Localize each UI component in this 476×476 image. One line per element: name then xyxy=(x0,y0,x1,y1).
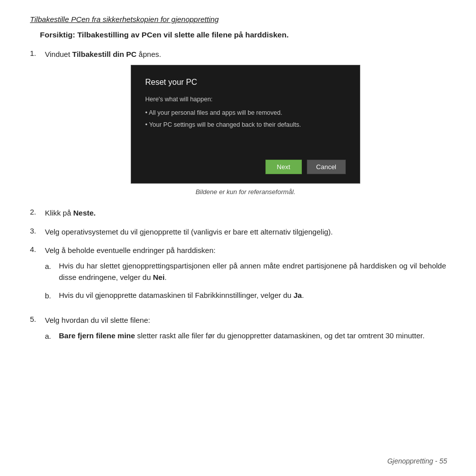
step-1-content: Vinduet Tilbakestill din PC åpnes. Reset… xyxy=(45,48,446,200)
step-4-number: 4. xyxy=(30,244,45,253)
step-4-sublist: a. Hvis du har slettet gjenopprettingspa… xyxy=(45,260,446,301)
next-button[interactable]: Next xyxy=(265,160,302,174)
step-2: 2. Klikk på Neste. xyxy=(30,207,446,219)
step-4: 4. Velg å beholde eventuelle endringer p… xyxy=(30,244,446,307)
screenshot-title: Reset your PC xyxy=(145,76,346,89)
step-4b-bold: Ja xyxy=(293,291,302,299)
screenshot-bullet-2: Your PC settings will be changed back to… xyxy=(145,120,346,130)
section-link[interactable]: Tilbakestille PCen fra sikkerhetskopien … xyxy=(30,15,446,23)
step-1-text-pre: Vinduet xyxy=(45,50,72,58)
step-1-number: 1. xyxy=(30,48,45,57)
step-5-text: Velg hvordan du vil slette filene: xyxy=(45,316,150,324)
step-5a-letter: a. xyxy=(45,330,59,342)
step-5-number: 5. xyxy=(30,314,45,323)
step-5-content: Velg hvordan du vil slette filene: a. Ba… xyxy=(45,314,446,348)
step-5a: a. Bare fjern filene mine sletter raskt … xyxy=(45,330,446,342)
step-1: 1. Vinduet Tilbakestill din PC åpnes. Re… xyxy=(30,48,446,200)
step-2-content: Klikk på Neste. xyxy=(45,207,446,219)
screenshot-subtitle: Here's what will happen: xyxy=(145,95,346,104)
step-4b-content: Hvis du vil gjenopprette datamaskinen ti… xyxy=(59,289,446,301)
screenshot-caption: Bildene er kun for referanseformål. xyxy=(196,187,295,197)
step-5: 5. Velg hvordan du vil slette filene: a.… xyxy=(30,314,446,348)
screenshot-buttons: Next Cancel xyxy=(145,160,346,174)
step-4a-bold: Nei xyxy=(153,273,164,281)
step-4-content: Velg å beholde eventuelle endringer på h… xyxy=(45,244,446,307)
step-3-number: 3. xyxy=(30,226,45,235)
step-4a-content: Hvis du har slettet gjenopprettingsparti… xyxy=(59,260,446,283)
step-4a: a. Hvis du har slettet gjenopprettingspa… xyxy=(45,260,446,283)
screenshot-box: Reset your PC Here's what will happen: A… xyxy=(131,65,360,184)
step-2-bold: Neste. xyxy=(73,209,96,217)
step-3: 3. Velg operativsystemet du vil gjenoppr… xyxy=(30,226,446,238)
step-3-content: Velg operativsystemet du vil gjenopprett… xyxy=(45,226,446,238)
step-5a-bold: Bare fjern filene mine xyxy=(59,331,135,340)
screenshot-bullets: All your personal files and apps will be… xyxy=(145,108,346,130)
step-4b-text: Hvis du vil gjenopprette datamaskinen ti… xyxy=(59,291,293,299)
step-5a-text: sletter raskt alle filer før du gjenoppr… xyxy=(135,331,425,340)
footer-page-number: Gjenoppretting - 55 xyxy=(387,457,447,465)
step-4-text: Velg å beholde eventuelle endringer på h… xyxy=(45,246,216,254)
cancel-button[interactable]: Cancel xyxy=(307,160,346,174)
step-4b-end: . xyxy=(302,291,304,299)
screenshot-bullet-1: All your personal files and apps will be… xyxy=(145,108,346,118)
screenshot-container: Reset your PC Here's what will happen: A… xyxy=(45,65,446,197)
step-4a-letter: a. xyxy=(45,260,59,283)
step-4b: b. Hvis du vil gjenopprette datamaskinen… xyxy=(45,289,446,301)
step-4a-end: . xyxy=(165,273,167,281)
step-5a-content: Bare fjern filene mine sletter raskt all… xyxy=(59,330,446,342)
step-4b-letter: b. xyxy=(45,289,59,301)
step-5-sublist: a. Bare fjern filene mine sletter raskt … xyxy=(45,330,446,342)
step-2-text-pre: Klikk på xyxy=(45,209,73,217)
step-4a-text: Hvis du har slettet gjenopprettingsparti… xyxy=(59,261,446,281)
step-2-number: 2. xyxy=(30,207,45,216)
warning-text: Forsiktig: Tilbakestilling av PCen vil s… xyxy=(30,30,446,39)
steps-list: 1. Vinduet Tilbakestill din PC åpnes. Re… xyxy=(30,48,446,348)
step-1-bold: Tilbakestill din PC xyxy=(72,50,137,58)
step-1-text-end: åpnes. xyxy=(137,50,161,58)
